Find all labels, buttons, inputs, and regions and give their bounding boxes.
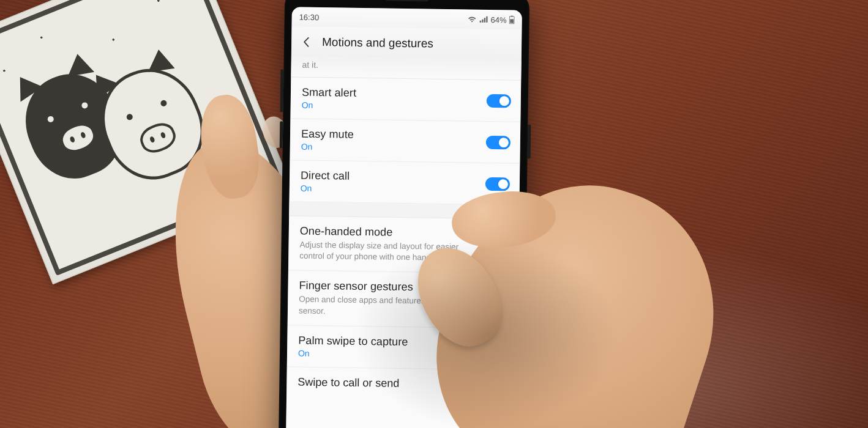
svg-rect-2 (484, 18, 486, 23)
status-time: 16:30 (299, 12, 320, 21)
setting-smart-alert[interactable]: Smart alert On (290, 77, 521, 122)
battery-icon (509, 15, 515, 24)
svg-rect-0 (480, 21, 481, 23)
setting-status: On (302, 100, 481, 113)
toggle-easy-mute[interactable] (486, 135, 511, 149)
power-button (528, 125, 531, 159)
setting-label: Direct call (301, 169, 479, 185)
svg-rect-3 (486, 17, 488, 23)
setting-status: On (301, 142, 480, 154)
signal-icon (479, 16, 488, 23)
wifi-icon (468, 15, 477, 23)
page-title: Motions and gestures (322, 35, 433, 51)
back-button[interactable] (300, 35, 313, 49)
side-button (280, 121, 283, 148)
status-bar: 16:30 64% (291, 7, 522, 29)
battery-percentage: 64% (491, 15, 507, 24)
settings-header: Motions and gestures (291, 26, 522, 60)
toggle-smart-alert[interactable] (487, 94, 511, 108)
svg-rect-6 (510, 19, 514, 23)
phone-speaker (386, 0, 428, 2)
setting-status: On (301, 183, 479, 196)
setting-label: Smart alert (302, 86, 481, 101)
toggle-direct-call[interactable] (485, 177, 510, 191)
setting-easy-mute[interactable]: Easy mute On (290, 119, 520, 163)
svg-rect-1 (482, 20, 483, 23)
setting-label: Easy mute (301, 128, 480, 143)
partial-previous-item: at it. (291, 57, 521, 80)
chevron-left-icon (301, 36, 313, 48)
volume-button (280, 69, 284, 112)
